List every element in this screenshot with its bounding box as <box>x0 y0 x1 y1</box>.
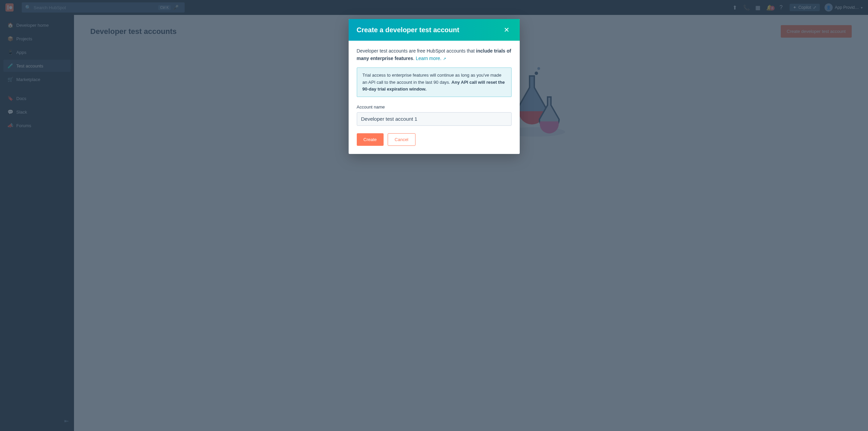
account-name-input[interactable] <box>357 112 512 126</box>
modal-title: Create a developer test account <box>357 26 459 34</box>
modal-overlay: Create a developer test account ✕ Develo… <box>0 0 868 431</box>
learn-more-label: Learn more. <box>416 56 441 61</box>
external-link-icon: ↗ <box>442 57 446 61</box>
create-test-account-modal: Create a developer test account ✕ Develo… <box>349 19 520 154</box>
close-icon: ✕ <box>504 26 510 34</box>
create-button[interactable]: Create <box>357 133 384 146</box>
modal-body: Developer test accounts are free HubSpot… <box>349 41 520 154</box>
modal-intro-text: Developer test accounts are free HubSpot… <box>357 47 512 62</box>
intro-suffix: . <box>413 56 416 61</box>
cancel-button[interactable]: Cancel <box>388 133 415 146</box>
modal-close-button[interactable]: ✕ <box>502 25 512 35</box>
modal-header: Create a developer test account ✕ <box>349 19 520 41</box>
info-callout: Trial access to enterprise features will… <box>357 67 512 97</box>
modal-actions: Create Cancel <box>357 133 512 146</box>
intro-prefix: Developer test accounts are free HubSpot… <box>357 48 476 54</box>
learn-more-link[interactable]: Learn more. ↗ <box>416 56 446 61</box>
account-name-label: Account name <box>357 104 512 110</box>
